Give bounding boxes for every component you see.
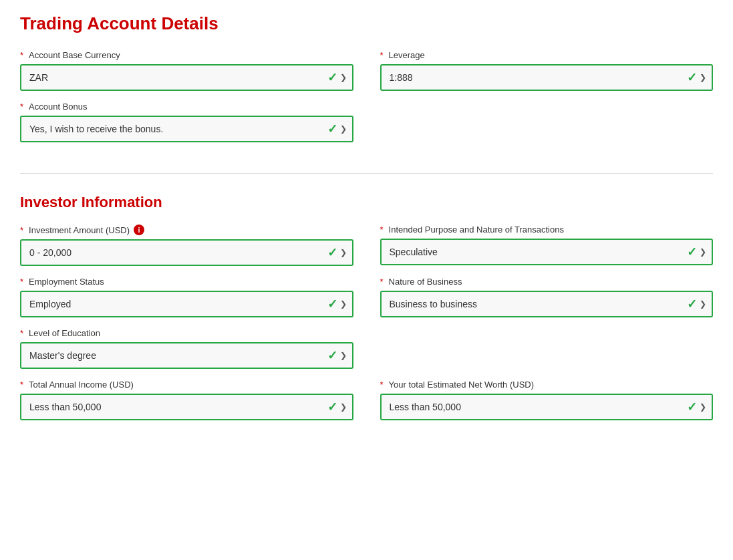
education-select[interactable]: Master's degree xyxy=(20,342,353,369)
bonus-select-wrapper: Yes, I wish to receive the bonus. ✓ ❯ xyxy=(20,116,353,142)
required-star-purpose: * xyxy=(380,225,384,235)
annual-income-label: * Total Annual Income (USD) xyxy=(20,380,353,390)
investment-info-icon[interactable]: i xyxy=(134,225,144,235)
required-star-leverage: * xyxy=(380,50,384,60)
nature-select[interactable]: Business to business xyxy=(380,291,714,317)
required-star-employment: * xyxy=(20,277,23,287)
page-title: Trading Account Details xyxy=(20,13,713,34)
purpose-label: * Intended Purpose and Nature of Transac… xyxy=(380,225,714,235)
employment-select[interactable]: Employed xyxy=(20,291,353,317)
employment-select-wrapper: Employed ✓ ❯ xyxy=(20,291,353,317)
required-star-bonus: * xyxy=(20,102,23,112)
nature-label: * Nature of Business xyxy=(380,277,714,287)
leverage-label: * Leverage xyxy=(380,50,714,60)
purpose-field-group: * Intended Purpose and Nature of Transac… xyxy=(380,225,714,266)
net-worth-select-wrapper: Less than 50,000 ✓ ❯ xyxy=(380,394,714,420)
investment-amount-label: * Investment Amount (USD) i xyxy=(20,225,353,235)
purpose-select[interactable]: Speculative xyxy=(380,239,714,265)
currency-select-wrapper: ZAR ✓ ❯ xyxy=(20,64,353,91)
annual-income-select[interactable]: Less than 50,000 xyxy=(20,394,353,420)
required-star-investment: * xyxy=(20,225,23,235)
nature-field-group: * Nature of Business Business to busines… xyxy=(380,277,714,317)
required-star-income: * xyxy=(20,380,23,390)
investor-section-title: Investor Information xyxy=(20,194,713,211)
required-star-net-worth: * xyxy=(380,380,384,390)
leverage-select-wrapper: 1:888 ✓ ❯ xyxy=(380,64,714,91)
education-label: * Level of Education xyxy=(20,328,353,338)
annual-income-field-group: * Total Annual Income (USD) Less than 50… xyxy=(20,380,353,420)
investment-amount-field-group: * Investment Amount (USD) i 0 - 20,000 ✓… xyxy=(20,225,353,266)
currency-label: * Account Base Currency xyxy=(20,50,353,60)
section-divider xyxy=(20,173,713,174)
investment-select-wrapper: 0 - 20,000 ✓ ❯ xyxy=(20,239,353,266)
nature-select-wrapper: Business to business ✓ ❯ xyxy=(380,291,714,317)
education-select-wrapper: Master's degree ✓ ❯ xyxy=(20,342,353,369)
currency-select[interactable]: ZAR xyxy=(20,64,353,91)
investment-amount-select[interactable]: 0 - 20,000 xyxy=(20,239,353,266)
bonus-select[interactable]: Yes, I wish to receive the bonus. xyxy=(20,116,353,142)
net-worth-field-group: * Your total Estimated Net Worth (USD) L… xyxy=(380,380,714,420)
required-star-education: * xyxy=(20,328,23,338)
net-worth-select[interactable]: Less than 50,000 xyxy=(380,394,714,420)
net-worth-label: * Your total Estimated Net Worth (USD) xyxy=(380,380,714,390)
annual-income-select-wrapper: Less than 50,000 ✓ ❯ xyxy=(20,394,353,420)
education-field-group: * Level of Education Master's degree ✓ ❯ xyxy=(20,328,353,369)
leverage-select[interactable]: 1:888 xyxy=(380,64,714,91)
employment-field-group: * Employment Status Employed ✓ ❯ xyxy=(20,277,353,317)
purpose-select-wrapper: Speculative ✓ ❯ xyxy=(380,239,714,265)
required-star-nature: * xyxy=(380,277,384,287)
bonus-field-group: * Account Bonus Yes, I wish to receive t… xyxy=(20,102,353,142)
currency-field-group: * Account Base Currency ZAR ✓ ❯ xyxy=(20,50,353,91)
employment-label: * Employment Status xyxy=(20,277,353,287)
bonus-label: * Account Bonus xyxy=(20,102,353,112)
required-star: * xyxy=(20,50,23,60)
leverage-field-group: * Leverage 1:888 ✓ ❯ xyxy=(380,50,714,91)
